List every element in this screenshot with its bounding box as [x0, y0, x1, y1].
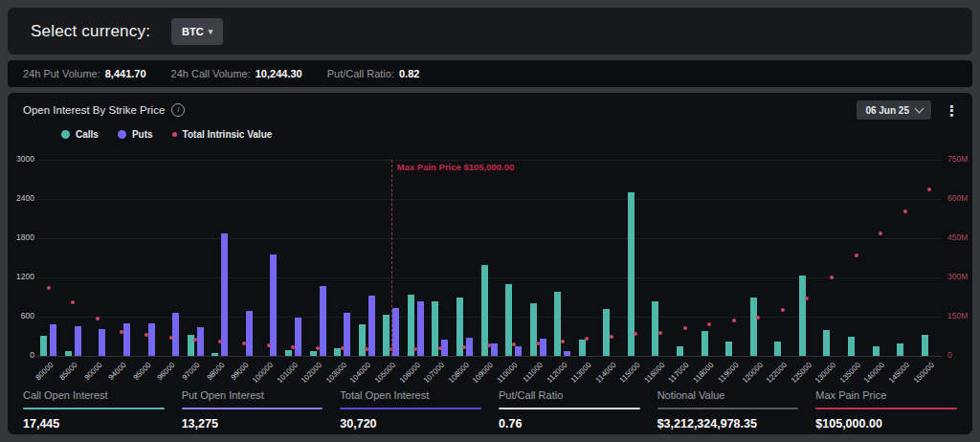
stat-value: 0.76 [499, 409, 640, 431]
gridline [36, 160, 942, 161]
bar-calls [481, 265, 488, 356]
gridline [36, 238, 942, 239]
intrinsic-value-dot [903, 210, 907, 213]
bar-calls [873, 346, 880, 356]
bar-calls [750, 298, 757, 356]
y-axis-left-tick: 1800 [16, 232, 34, 242]
stat-value: 30,720 [340, 409, 481, 431]
put-volume-value: 8,441.70 [105, 68, 146, 79]
intrinsic-value-dot [316, 346, 320, 350]
y-axis-left-tick: 2400 [16, 193, 34, 203]
stat-total-open-interest: Total Open Interest 30,720 [340, 389, 481, 431]
bar-puts [148, 323, 155, 356]
legend-puts-label: Puts [132, 129, 153, 140]
bar-puts [246, 311, 253, 356]
date-selector-button[interactable]: 06 Jun 25 [857, 100, 931, 120]
bar-calls [505, 284, 512, 356]
bar-calls [40, 336, 47, 356]
y-axis-right-tick: 150M [947, 311, 968, 320]
bar-puts [172, 313, 179, 356]
bar-calls [725, 342, 732, 356]
bar-calls [554, 292, 561, 356]
call-volume-value: 10,244.30 [256, 68, 302, 79]
intrinsic-value-dot [830, 276, 834, 279]
stat-value: 17,445 [23, 409, 165, 431]
stat-label: Notional Value [657, 389, 799, 408]
info-icon[interactable]: i [171, 103, 185, 117]
bar-puts [320, 286, 326, 356]
bar-puts [344, 313, 350, 356]
call-volume-label: 24h Call Volume: [171, 68, 251, 79]
bar-puts [221, 233, 228, 356]
put-call-ratio-stat: Put/Call Ratio: 0.82 [327, 68, 420, 79]
dropdown-caret-icon: ▾ [209, 27, 213, 36]
stat-put-call-ratio: Put/Call Ratio 0.76 [499, 389, 640, 431]
chart-title: Open Interest By Strike Price [23, 104, 165, 116]
chevron-down-icon [915, 104, 924, 114]
intrinsic-value-dot [879, 232, 882, 235]
intrinsic-value-dot [561, 340, 565, 343]
intrinsic-value-dot [683, 326, 687, 330]
y-axis-right-tick: 450M [947, 232, 968, 242]
intrinsic-value-dot [71, 300, 75, 304]
x-axis: 8000085000900009400095000960009700098000… [36, 356, 942, 388]
intrinsic-value-dot [855, 254, 858, 257]
stat-label: Call Open Interest [23, 389, 165, 408]
bar-calls [799, 276, 806, 356]
stat-put-open-interest: Put Open Interest 13,275 [182, 389, 323, 431]
y-axis-left-tick: 600 [21, 311, 34, 320]
legend-item-total-intrinsic-value[interactable]: Total Intrinsic Value [172, 129, 273, 140]
put-volume-label: 24h Put Volume: [23, 68, 100, 79]
bar-calls [677, 346, 683, 356]
volume-stats-bar: 24h Put Volume: 8,441.70 24h Call Volume… [8, 60, 972, 87]
legend-item-calls[interactable]: Calls [61, 129, 99, 140]
stat-label: Total Open Interest [340, 389, 481, 408]
intrinsic-value-dot [634, 332, 637, 336]
intrinsic-value-dot [732, 319, 736, 322]
intrinsic-value-dot [169, 336, 173, 340]
bar-calls [823, 330, 830, 356]
intrinsic-value-dot [585, 337, 589, 341]
max-pain-label: Max Pain Price $105,000.00 [397, 162, 515, 172]
currency-dropdown[interactable]: BTC ▾ [171, 18, 223, 45]
bar-puts [491, 343, 498, 356]
legend-tiv-label: Total Intrinsic Value [183, 129, 273, 140]
bar-puts [99, 329, 105, 356]
y-axis-left-tick: 0 [30, 350, 34, 360]
y-axis-left-tick: 1200 [16, 272, 34, 281]
call-volume-stat: 24h Call Volume: 10,244.30 [171, 68, 302, 79]
bar-puts [50, 324, 56, 356]
kebab-menu-icon[interactable]: ⋮ [941, 103, 963, 118]
y-axis-right-tick: 750M [947, 154, 968, 164]
bar-puts [540, 339, 546, 356]
y-axis-left-tick: 3000 [16, 154, 34, 164]
legend-item-puts[interactable]: Puts [118, 129, 153, 140]
chart-legend: Calls Puts Total Intrinsic Value [61, 129, 272, 140]
bar-calls [530, 303, 537, 356]
footer-stats: Call Open Interest 17,445 Put Open Inter… [23, 389, 957, 431]
y-axis-left: 06001200180024003000 [10, 160, 34, 356]
bar-calls [603, 309, 610, 356]
bar-calls [628, 192, 635, 356]
put-volume-stat: 24h Put Volume: 8,441.70 [23, 68, 146, 79]
date-selector-value: 06 Jun 25 [865, 105, 909, 116]
intrinsic-value-dot [610, 335, 613, 339]
stat-value: $105,000.00 [815, 409, 957, 431]
stat-call-open-interest: Call Open Interest 17,445 [23, 389, 165, 431]
y-axis-right-tick: 0 [947, 350, 952, 360]
y-axis-right-tick: 300M [947, 272, 968, 281]
bar-calls [652, 301, 658, 356]
bar-calls [579, 340, 586, 356]
max-pain-line [391, 160, 392, 356]
intrinsic-value-dot [756, 316, 760, 320]
stat-notional-value: Notional Value $3,212,324,978.35 [657, 389, 799, 431]
intrinsic-value-dot [47, 286, 51, 290]
intrinsic-value-dot [438, 346, 442, 350]
select-currency-label: Select currency: [31, 22, 150, 41]
stat-label: Put/Call Ratio [499, 389, 640, 408]
chart-header: Open Interest By Strike Price i 06 Jun 2… [8, 99, 972, 121]
stat-value: 13,275 [182, 409, 323, 431]
puts-swatch-icon [118, 130, 126, 139]
bar-puts [466, 338, 473, 356]
open-interest-chart-panel: Open Interest By Strike Price i 06 Jun 2… [8, 93, 972, 434]
